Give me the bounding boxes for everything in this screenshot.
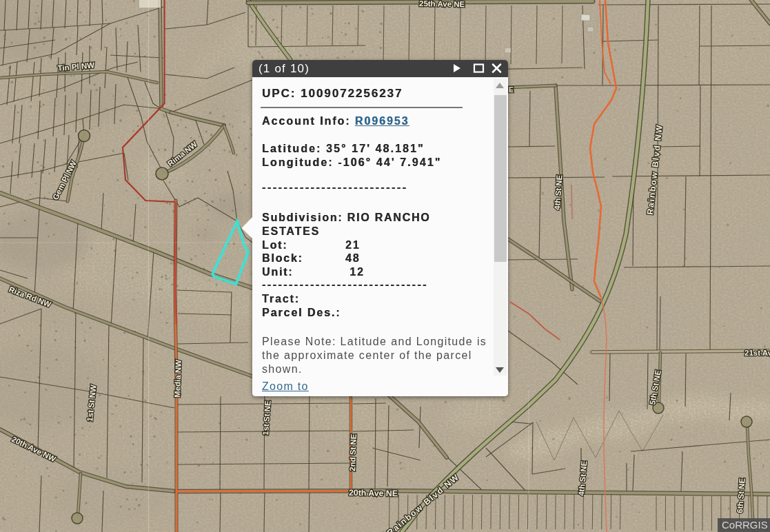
svg-text:20th Ave NE: 20th Ave NE — [349, 488, 398, 498]
svg-text:E: E — [509, 85, 514, 94]
svg-text:21st Av: 21st Av — [744, 349, 770, 357]
svg-text:Media NW: Media NW — [173, 360, 183, 398]
svg-text:25th Ave NE: 25th Ave NE — [419, 0, 465, 8]
svg-text:2nd St NE: 2nd St NE — [348, 433, 358, 471]
